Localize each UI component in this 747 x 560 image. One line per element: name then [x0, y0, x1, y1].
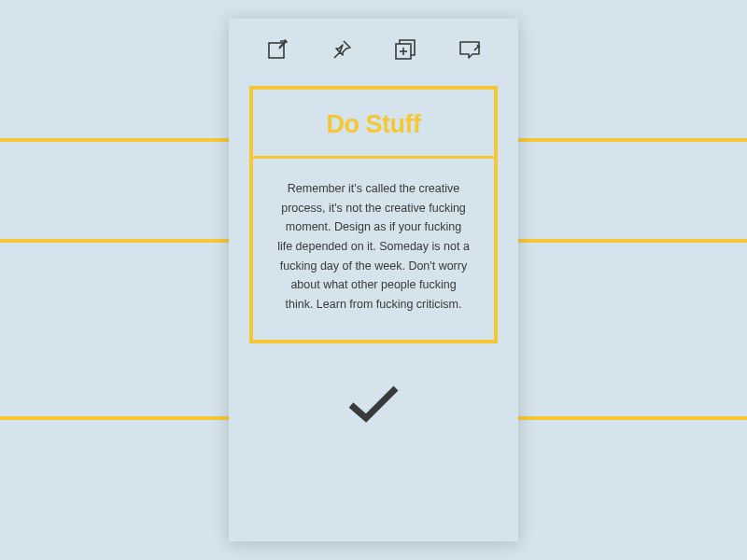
done-button[interactable]	[344, 383, 403, 429]
card-header: Do Stuff	[253, 90, 494, 159]
note-card: Do Stuff Remember it's called the creati…	[249, 86, 498, 343]
comment-icon	[458, 38, 482, 61]
pin-button[interactable]	[328, 35, 356, 63]
card-title: Do Stuff	[262, 110, 485, 139]
compose-button[interactable]	[263, 35, 291, 63]
compose-icon	[266, 38, 289, 61]
card-body: Remember it's called the creative proces…	[253, 159, 494, 340]
duplicate-plus-icon	[393, 37, 417, 62]
check-icon	[344, 383, 403, 426]
pin-icon	[331, 38, 353, 61]
comment-button[interactable]	[456, 35, 484, 63]
phone-frame: Do Stuff Remember it's called the creati…	[229, 19, 518, 541]
toolbar	[229, 19, 518, 73]
action-area	[229, 383, 518, 429]
duplicate-button[interactable]	[391, 35, 419, 63]
